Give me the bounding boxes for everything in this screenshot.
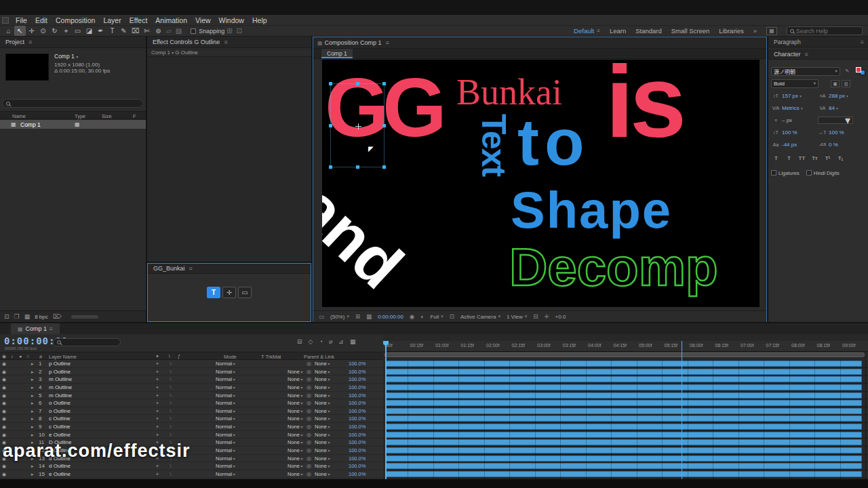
tool-icon[interactable]: ⌖ bbox=[60, 26, 72, 36]
layer-visibility-toggle[interactable]: ◉ bbox=[2, 470, 6, 478]
text-tool-button[interactable]: T bbox=[207, 287, 220, 298]
parent-pickwhip-icon[interactable]: ◎ bbox=[307, 368, 311, 375]
parent-pickwhip-icon[interactable]: ◎ bbox=[307, 399, 311, 407]
layer-visibility-toggle[interactable]: ◉ bbox=[2, 415, 6, 422]
work-area-bar[interactable] bbox=[384, 352, 865, 357]
leading-value[interactable]: 288 px bbox=[829, 93, 845, 99]
layer-stretch-value[interactable]: 100.0% bbox=[349, 470, 380, 478]
project-search-input[interactable] bbox=[13, 100, 128, 106]
layer-row[interactable]: ◉ ▸ 7 o Outline ✦ \ Normal None ◎ None 1… bbox=[0, 407, 383, 415]
parent-pickwhip-icon[interactable]: ◎ bbox=[307, 470, 311, 478]
snapping-checkbox[interactable] bbox=[191, 28, 196, 34]
project-bit-depth[interactable]: 8 bpc bbox=[35, 314, 48, 320]
tracking-value[interactable]: 84 bbox=[829, 105, 835, 111]
parent-pickwhip-icon[interactable]: ◎ bbox=[307, 384, 311, 391]
layer-switches[interactable]: ✦ \ bbox=[155, 375, 176, 383]
layer-trkmat-dropdown[interactable]: None bbox=[288, 447, 317, 455]
layer-stretch-value[interactable]: 100.0% bbox=[349, 431, 380, 439]
selection-bounding-box[interactable] bbox=[330, 83, 384, 167]
layer-duration-bar[interactable] bbox=[385, 408, 862, 414]
timeline-switch-icon[interactable]: ◇ bbox=[309, 338, 313, 345]
layer-stretch-value[interactable]: 100.0% bbox=[349, 384, 380, 391]
layer-trkmat-dropdown[interactable]: None bbox=[288, 455, 317, 463]
selection-handle[interactable] bbox=[382, 124, 386, 127]
timeline-switch-icon[interactable]: ⊿ bbox=[338, 338, 344, 345]
layer-switches[interactable]: ✦ \ bbox=[155, 368, 176, 375]
layer-mode-dropdown[interactable]: Normal bbox=[216, 407, 251, 415]
panel-menu-icon[interactable]: ≡ bbox=[386, 39, 389, 46]
selection-handle[interactable] bbox=[329, 165, 332, 169]
resolution-dropdown[interactable]: Full bbox=[430, 314, 439, 320]
layer-parent-dropdown[interactable]: None bbox=[315, 384, 346, 392]
parent-pickwhip-icon[interactable]: ◎ bbox=[307, 423, 311, 430]
layer-duration-bar[interactable] bbox=[385, 392, 862, 399]
layer-switches[interactable]: ✦ \ bbox=[155, 462, 176, 470]
layer-visibility-toggle[interactable]: ◉ bbox=[2, 368, 6, 375]
layer-name[interactable]: d Outline bbox=[49, 462, 71, 470]
type-style-toggle[interactable]: TT bbox=[797, 154, 807, 163]
parent-pickwhip-icon[interactable]: ◎ bbox=[307, 455, 311, 462]
layer-duration-bar[interactable] bbox=[385, 361, 862, 367]
layer-duration-bar[interactable] bbox=[385, 384, 862, 390]
layer-parent-dropdown[interactable]: None bbox=[315, 447, 346, 455]
panel-menu-icon[interactable]: ≡ bbox=[805, 51, 808, 58]
panel-grid-icon[interactable]: ▦ bbox=[766, 27, 777, 35]
layer-duration-bar[interactable] bbox=[385, 376, 862, 382]
layer-switches[interactable]: ✦ \ bbox=[155, 384, 176, 391]
layer-duration-bar[interactable] bbox=[385, 400, 862, 406]
layer-name[interactable]: o Outline bbox=[49, 399, 71, 407]
selection-handle[interactable] bbox=[382, 165, 386, 169]
menu-item[interactable]: Help bbox=[248, 16, 271, 24]
layer-name[interactable]: m Outline bbox=[49, 375, 72, 383]
timeline-switch-icon[interactable]: ▦ bbox=[350, 338, 356, 345]
type-style-toggle[interactable]: T bbox=[784, 154, 794, 163]
layer-stretch-value[interactable]: 100.0% bbox=[349, 360, 380, 367]
layer-twirl-icon[interactable]: ▸ bbox=[31, 470, 34, 478]
layer-parent-dropdown[interactable]: None bbox=[315, 399, 346, 407]
layer-duration-bar[interactable] bbox=[385, 455, 862, 462]
vertical-scale-value[interactable]: 100 % bbox=[782, 129, 797, 136]
layer-parent-dropdown[interactable]: None bbox=[315, 415, 346, 423]
parent-pickwhip-icon[interactable]: ◎ bbox=[307, 360, 311, 367]
workspace-learn[interactable]: Learn bbox=[610, 27, 626, 35]
selection-handle[interactable] bbox=[382, 82, 386, 85]
layer-duration-bar[interactable] bbox=[385, 415, 862, 422]
layer-name[interactable]: c Outline bbox=[49, 415, 71, 422]
parent-column-header[interactable]: Parent & Link bbox=[304, 354, 334, 360]
layer-row[interactable]: ◉ ▸ 1 p Outline ✦ \ Normal ◎ None 100.0% bbox=[0, 360, 383, 368]
menu-item[interactable]: Edit bbox=[31, 16, 52, 24]
menu-item[interactable]: Effect bbox=[125, 16, 152, 24]
project-item-row[interactable]: ▦ Comp 1 ▦ bbox=[0, 120, 146, 129]
canvas-text-to[interactable]: to bbox=[517, 103, 590, 181]
workspace-standard[interactable]: Standard bbox=[635, 27, 662, 35]
layer-stretch-value[interactable]: 100.0% bbox=[349, 399, 380, 407]
layer-twirl-icon[interactable]: ▸ bbox=[31, 360, 34, 367]
roi-icon[interactable]: ⊡ bbox=[450, 313, 454, 320]
anchor-point-icon[interactable] bbox=[355, 123, 361, 129]
layer-stretch-value[interactable]: 100.0% bbox=[349, 407, 380, 415]
interpret-footage-icon[interactable]: ⊡ bbox=[4, 313, 9, 320]
hindi-digits-checkbox[interactable] bbox=[806, 170, 812, 176]
layer-duration-bar[interactable] bbox=[385, 471, 862, 477]
project-item-name[interactable]: Comp 1 bbox=[20, 121, 41, 128]
layer-switches[interactable]: ✦ \ bbox=[155, 407, 176, 415]
layer-name[interactable]: e Outline bbox=[49, 470, 71, 478]
layer-row[interactable]: ◉ ▸ 15 e Outline ✦ \ Normal None ◎ None … bbox=[0, 470, 383, 479]
parent-pickwhip-icon[interactable]: ◎ bbox=[307, 439, 311, 446]
layer-twirl-icon[interactable]: ▸ bbox=[31, 368, 34, 375]
canvas-text-is[interactable]: is bbox=[606, 60, 682, 163]
layer-switches[interactable]: ✦ \ bbox=[155, 415, 176, 422]
fill-stroke-swatches[interactable] bbox=[856, 67, 865, 75]
layer-name[interactable]: o Outline bbox=[49, 407, 71, 415]
channels-icon[interactable]: ◐ bbox=[420, 313, 424, 320]
layer-parent-dropdown[interactable]: None bbox=[315, 392, 346, 400]
fill-over-stroke-icon[interactable]: ▣ bbox=[831, 80, 840, 87]
layer-visibility-toggle[interactable]: ◉ bbox=[2, 384, 6, 391]
layer-name[interactable]: e Outline bbox=[49, 431, 71, 439]
kerning-value[interactable]: Metrics bbox=[782, 105, 800, 111]
tool-icon[interactable]: ✄ bbox=[141, 26, 153, 36]
layer-stretch-value[interactable]: 100.0% bbox=[349, 415, 380, 422]
layer-trkmat-dropdown[interactable]: None bbox=[288, 423, 317, 431]
layer-trkmat-dropdown[interactable]: None bbox=[288, 399, 317, 407]
type-style-toggle[interactable]: T¹ bbox=[823, 154, 833, 163]
